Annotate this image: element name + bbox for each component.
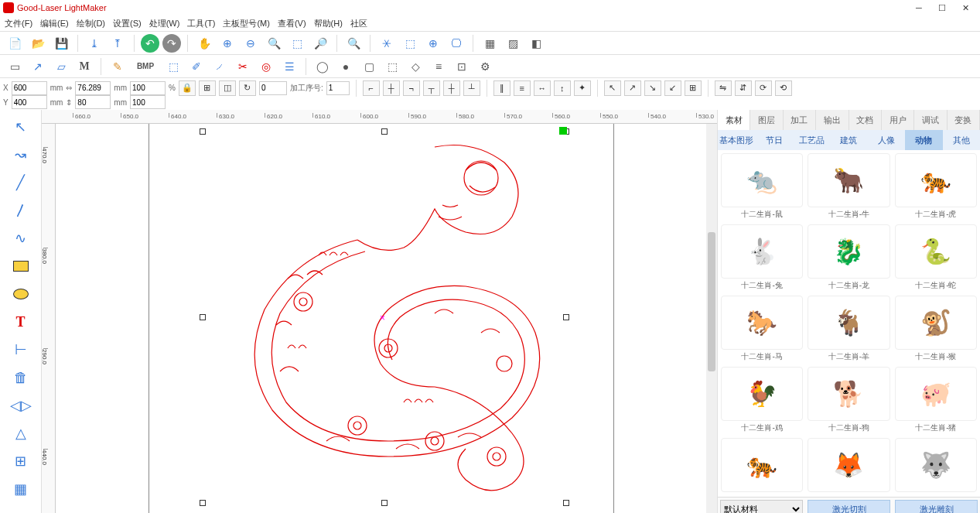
scale-x-input[interactable]: [130, 81, 166, 95]
xy-link-icon[interactable]: ⇔: [66, 84, 72, 92]
selection-box[interactable]: ×: [203, 132, 566, 503]
category-tab[interactable]: 其他: [943, 130, 980, 150]
menu-item[interactable]: 编辑(E): [40, 18, 69, 29]
redo-button[interactable]: ↷: [162, 34, 181, 53]
category-tab[interactable]: 人像: [868, 130, 905, 150]
pen-button[interactable]: ✐: [186, 57, 207, 76]
seq-input[interactable]: [326, 81, 350, 95]
category-tab[interactable]: 工艺品: [793, 130, 830, 150]
corner-br-button[interactable]: ↘: [644, 80, 661, 96]
category-tab[interactable]: 动物: [905, 130, 942, 150]
height-input[interactable]: [75, 95, 111, 109]
anchor-grid-button[interactable]: ⊞: [199, 80, 216, 96]
dist-h-button[interactable]: ‖: [493, 80, 510, 96]
align-button[interactable]: ≡: [429, 57, 449, 76]
text-tool[interactable]: T: [10, 311, 32, 333]
asset-item[interactable]: 🐺: [895, 438, 977, 494]
text-m-button[interactable]: M: [74, 57, 94, 76]
align-bottom-button[interactable]: ┴: [463, 80, 480, 96]
handle-br[interactable]: [563, 500, 569, 506]
canvas[interactable]: 660.0650.0640.0630.0620.0610.0600.0590.0…: [42, 110, 717, 513]
polyline-tool[interactable]: 〳: [10, 200, 32, 221]
menu-item[interactable]: 帮助(H): [314, 18, 343, 29]
corner-bl-button[interactable]: ↙: [664, 80, 681, 96]
eraser-button[interactable]: ◇: [405, 57, 425, 76]
panel-tab[interactable]: 加工: [784, 110, 816, 130]
skew-button[interactable]: ▱: [51, 57, 71, 76]
brush-button[interactable]: ✎: [108, 57, 128, 76]
material-select[interactable]: 默认材料: [720, 500, 803, 513]
asset-item[interactable]: 🐉十二生肖-龙: [808, 224, 890, 291]
shape-b-button[interactable]: ●: [336, 57, 356, 76]
measure-tool[interactable]: ⊢: [10, 339, 32, 361]
panel-tab[interactable]: 用户: [882, 110, 914, 130]
tool-a-button[interactable]: ⚹: [377, 34, 397, 53]
flip-v-button[interactable]: ⇵: [735, 80, 752, 96]
tool-c-button[interactable]: ⊕: [423, 34, 443, 53]
laser-engrave-button[interactable]: 激光雕刻: [895, 500, 978, 513]
rotate-icon[interactable]: ↻: [239, 80, 256, 96]
laser-cut-button[interactable]: 激光切割: [808, 500, 890, 513]
grid-tool[interactable]: ▦: [10, 478, 32, 500]
same-height-button[interactable]: ↕: [554, 80, 571, 96]
rotate-ccw-button[interactable]: ⟲: [775, 80, 792, 96]
align-hcenter-button[interactable]: ┼: [383, 80, 400, 96]
shape-a-button[interactable]: ◯: [312, 57, 333, 76]
panel-tab[interactable]: 输出: [816, 110, 849, 130]
group-a-button[interactable]: ▦: [480, 34, 500, 53]
menu-item[interactable]: 查看(V): [278, 18, 306, 29]
cut-button[interactable]: ✂: [233, 57, 253, 76]
mirror-h-tool[interactable]: ◁▷: [10, 395, 32, 416]
new-file-button[interactable]: 📄: [5, 34, 25, 53]
curve-button[interactable]: ⟋: [210, 57, 230, 76]
asset-item[interactable]: 🐒十二生肖-猴: [895, 296, 977, 362]
asset-item[interactable]: 🐅: [721, 438, 803, 494]
handle-t[interactable]: [381, 128, 388, 135]
menu-item[interactable]: 文件(F): [5, 18, 32, 29]
asset-item[interactable]: 🐍十二生肖-蛇: [895, 224, 977, 291]
shape-c-button[interactable]: ▢: [359, 57, 379, 76]
handle-rotate[interactable]: [559, 127, 567, 135]
asset-item[interactable]: 🦊: [808, 438, 890, 494]
menu-item[interactable]: 工具(T): [187, 18, 215, 29]
lock-aspect-button[interactable]: 🔒: [179, 80, 196, 96]
zoom-all-button[interactable]: 🔎: [310, 34, 330, 53]
handle-r[interactable]: [563, 314, 569, 320]
export-button[interactable]: ⤒: [108, 34, 128, 53]
align-right-button[interactable]: ¬: [403, 80, 420, 96]
node-tool[interactable]: ↝: [10, 144, 32, 166]
target-button[interactable]: ◎: [256, 57, 276, 76]
asset-item[interactable]: 🐇十二生肖-兔: [721, 224, 803, 291]
same-width-button[interactable]: ↔: [534, 80, 551, 96]
align-vcenter-button[interactable]: ┼: [443, 80, 460, 96]
menu-item[interactable]: 设置(S): [113, 18, 142, 29]
panel-tab[interactable]: 变换: [948, 110, 980, 130]
bounds-button[interactable]: ⬚: [163, 57, 183, 76]
panel-tab[interactable]: 图层: [750, 110, 783, 130]
scale-y-input[interactable]: [130, 95, 166, 109]
align-left-button[interactable]: ⌐: [363, 80, 380, 96]
panel-tab[interactable]: 素材: [718, 110, 750, 130]
rect-tool[interactable]: [10, 255, 32, 277]
minimize-button[interactable]: ─: [907, 1, 930, 15]
open-file-button[interactable]: 📂: [28, 34, 48, 53]
handle-l[interactable]: [200, 314, 206, 320]
category-tab[interactable]: 节日: [755, 130, 792, 150]
zoom-select-button[interactable]: ⬚: [287, 34, 307, 53]
device-button[interactable]: ▭: [5, 57, 25, 76]
maximize-button[interactable]: ☐: [930, 1, 954, 15]
dist-v-button[interactable]: ≡: [514, 80, 531, 96]
asset-item[interactable]: 🐀十二生肖-鼠: [721, 153, 803, 220]
zoom-out-button[interactable]: ⊖: [241, 34, 261, 53]
asset-item[interactable]: 🐓十二生肖-鸡: [721, 367, 803, 433]
handle-b[interactable]: [381, 500, 388, 506]
menu-item[interactable]: 主板型号(M): [223, 18, 270, 29]
rotate-input[interactable]: [259, 81, 287, 95]
monitor-button[interactable]: 🖵: [446, 34, 466, 53]
align-top-button[interactable]: ┬: [423, 80, 440, 96]
origin-button[interactable]: ◫: [219, 80, 236, 96]
mirror-v-tool[interactable]: △: [10, 422, 32, 444]
panel-tab[interactable]: 调试: [914, 110, 947, 130]
tool-b-button[interactable]: ⬚: [400, 34, 420, 53]
shape-d-button[interactable]: ⬚: [382, 57, 402, 76]
